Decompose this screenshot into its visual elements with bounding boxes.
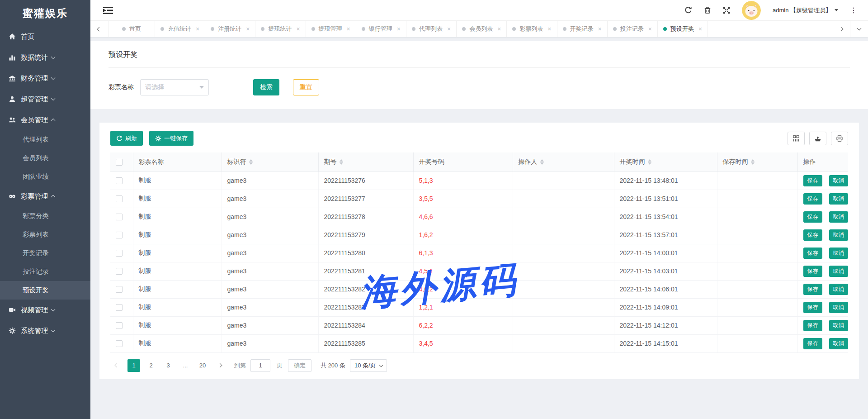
cancel-row-button[interactable]: 取消: [829, 193, 848, 205]
sidebar-item-finance[interactable]: 财务管理: [0, 68, 90, 89]
save-row-button[interactable]: 保存: [803, 175, 822, 186]
save-row-button[interactable]: 保存: [803, 302, 822, 313]
more-menu-icon[interactable]: ⋮: [850, 6, 857, 14]
page-button-3[interactable]: 3: [162, 359, 175, 372]
save-row-button[interactable]: 保存: [803, 320, 822, 331]
row-checkbox[interactable]: [116, 195, 123, 202]
fullscreen-icon[interactable]: [723, 7, 730, 14]
sidebar-item-member-list[interactable]: 会员列表: [0, 149, 90, 167]
save-row-button[interactable]: 保存: [803, 248, 822, 259]
cancel-row-button[interactable]: 取消: [829, 338, 848, 349]
save-row-button[interactable]: 保存: [803, 338, 822, 349]
next-page-button[interactable]: [213, 359, 226, 372]
close-icon[interactable]: ×: [296, 26, 300, 32]
tab-withdraw-stats[interactable]: 提现统计×: [255, 21, 306, 37]
close-icon[interactable]: ×: [598, 26, 602, 32]
sidebar-item-lottery[interactable]: 彩票管理: [0, 186, 90, 207]
sidebar-collapse-icon[interactable]: [103, 6, 113, 14]
row-checkbox[interactable]: [116, 268, 123, 275]
tab-lottery-list[interactable]: 彩票列表×: [507, 21, 557, 37]
export-icon[interactable]: [809, 132, 826, 145]
prev-page-button[interactable]: [110, 359, 123, 372]
sort-icon[interactable]: [249, 159, 253, 165]
avatar[interactable]: [742, 1, 761, 20]
tab-scroll-right-button[interactable]: [832, 21, 850, 37]
sidebar-item-system[interactable]: 系统管理: [0, 320, 90, 341]
save-row-button[interactable]: 保存: [803, 229, 822, 241]
columns-icon[interactable]: [788, 132, 805, 145]
sidebar-item-draw-records[interactable]: 开奖记录: [0, 244, 90, 262]
user-menu[interactable]: admin 【超级管理员】: [773, 6, 838, 14]
sidebar-item-agent-list[interactable]: 代理列表: [0, 130, 90, 149]
page-button-2[interactable]: 2: [145, 359, 157, 372]
row-checkbox[interactable]: [116, 232, 123, 238]
save-row-button[interactable]: 保存: [803, 266, 822, 277]
close-icon[interactable]: ×: [397, 26, 401, 32]
lottery-name-select[interactable]: 请选择: [140, 79, 209, 95]
close-icon[interactable]: ×: [347, 26, 350, 32]
close-icon[interactable]: ×: [648, 26, 652, 32]
sidebar-item-video[interactable]: 视频管理: [0, 300, 90, 320]
tab-draw-records[interactable]: 开奖记录×: [557, 21, 608, 37]
tab-preset-draw[interactable]: 预设开奖×: [658, 21, 708, 37]
sort-icon[interactable]: [751, 159, 755, 165]
cancel-row-button[interactable]: 取消: [829, 302, 848, 313]
tab-withdraw-manage[interactable]: 提现管理×: [306, 21, 356, 37]
sidebar-item-lottery-list[interactable]: 彩票列表: [0, 225, 90, 244]
cancel-row-button[interactable]: 取消: [829, 229, 848, 241]
sort-icon[interactable]: [340, 159, 343, 165]
close-icon[interactable]: ×: [246, 26, 250, 32]
close-icon[interactable]: ×: [547, 26, 551, 32]
row-checkbox[interactable]: [116, 304, 123, 311]
row-checkbox[interactable]: [116, 214, 123, 220]
tab-recharge-stats[interactable]: 充值统计×: [155, 21, 205, 37]
select-all-checkbox[interactable]: [116, 159, 123, 166]
trash-icon[interactable]: [704, 6, 711, 14]
print-icon[interactable]: [831, 132, 848, 145]
tab-register-stats[interactable]: 注册统计×: [205, 21, 255, 37]
save-row-button[interactable]: 保存: [803, 211, 822, 223]
row-checkbox[interactable]: [116, 250, 123, 257]
sort-icon[interactable]: [648, 159, 651, 165]
tab-agent-list[interactable]: 代理列表×: [406, 21, 457, 37]
save-row-button[interactable]: 保存: [803, 284, 822, 295]
refresh-table-button[interactable]: 刷新: [110, 131, 143, 146]
refresh-icon[interactable]: [684, 6, 692, 14]
cancel-row-button[interactable]: 取消: [829, 320, 848, 331]
sidebar-item-data-stats[interactable]: 数据统计: [0, 47, 90, 68]
cancel-row-button[interactable]: 取消: [829, 248, 848, 259]
tab-member-list[interactable]: 会员列表×: [457, 21, 507, 37]
confirm-button[interactable]: 确定: [288, 359, 311, 372]
sidebar-item-home[interactable]: 首页: [0, 26, 90, 47]
page-button-20[interactable]: 20: [196, 359, 209, 372]
cancel-row-button[interactable]: 取消: [829, 266, 848, 277]
sort-icon[interactable]: [540, 159, 544, 165]
cancel-row-button[interactable]: 取消: [829, 284, 848, 295]
cancel-row-button[interactable]: 取消: [829, 175, 848, 186]
page-size-select[interactable]: 10 条/页: [350, 359, 387, 372]
save-all-button[interactable]: 一键保存: [149, 131, 193, 146]
save-row-button[interactable]: 保存: [803, 193, 822, 205]
close-icon[interactable]: ×: [497, 26, 501, 32]
search-button[interactable]: 检索: [253, 79, 279, 95]
reset-button[interactable]: 重置: [293, 79, 319, 95]
tab-menu-button[interactable]: [850, 21, 868, 37]
cancel-row-button[interactable]: 取消: [829, 211, 848, 223]
goto-page-input[interactable]: [250, 359, 270, 372]
close-icon[interactable]: ×: [698, 26, 702, 32]
close-icon[interactable]: ×: [196, 26, 199, 32]
sidebar-item-super-admin[interactable]: 超管管理: [0, 89, 90, 110]
tab-bank-manage[interactable]: 银行管理×: [356, 21, 406, 37]
sidebar-item-preset-draw[interactable]: 预设开奖: [0, 281, 90, 300]
sidebar-item-lottery-category[interactable]: 彩票分类: [0, 207, 90, 225]
sidebar-item-bet-records[interactable]: 投注记录: [0, 262, 90, 281]
close-icon[interactable]: ×: [447, 26, 451, 32]
page-button-1[interactable]: 1: [127, 359, 140, 372]
row-checkbox[interactable]: [116, 322, 123, 329]
sidebar-item-members[interactable]: 会员管理: [0, 110, 90, 130]
row-checkbox[interactable]: [116, 286, 123, 293]
row-checkbox[interactable]: [116, 340, 123, 347]
row-checkbox[interactable]: [116, 177, 123, 184]
tab-home[interactable]: 首页: [108, 21, 155, 37]
tab-bet-records[interactable]: 投注记录×: [608, 21, 658, 37]
